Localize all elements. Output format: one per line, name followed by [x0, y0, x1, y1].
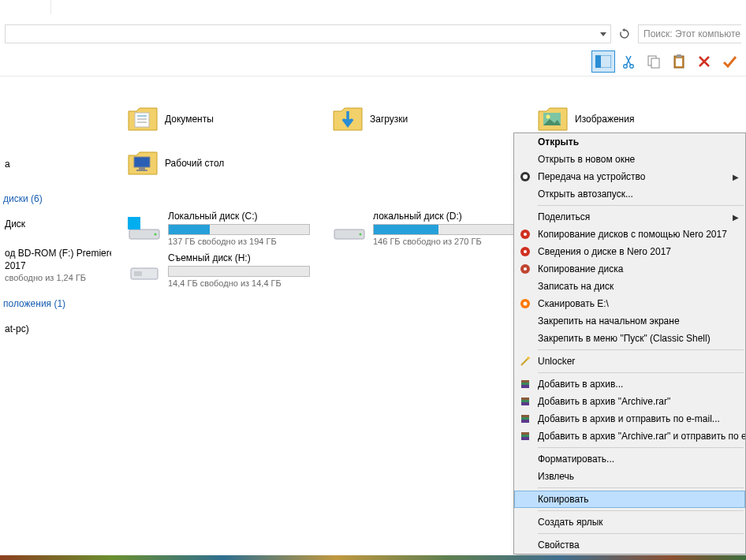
drive-usage-bar	[168, 266, 310, 277]
address-input[interactable]	[6, 25, 596, 43]
address-bar[interactable]	[5, 24, 611, 43]
nero-icon	[519, 228, 532, 241]
svg-point-3	[630, 64, 634, 68]
drive-usage-bar	[168, 224, 310, 235]
ctx-create-shortcut[interactable]: Создать ярлык	[514, 513, 745, 531]
svg-rect-12	[137, 121, 147, 123]
drive-usage-bar	[373, 224, 515, 235]
toolbar-delete-button[interactable]	[692, 50, 716, 73]
svg-rect-17	[136, 170, 147, 171]
drive-c[interactable]: Локальный диск (C:) 137 ГБ свободно из 1…	[125, 211, 323, 246]
svg-rect-46	[521, 415, 529, 417]
ctx-separator	[538, 487, 744, 488]
address-row: Поиск: Этот компьюте	[0, 21, 746, 47]
drive-free-text: 137 ГБ свободно из 194 ГБ	[168, 237, 323, 246]
rar-icon	[519, 430, 532, 442]
ctx-eject[interactable]: Извлечь	[514, 468, 745, 485]
ctx-pin-start[interactable]: Закрепить на начальном экране	[514, 312, 745, 330]
ctx-rar-email[interactable]: Добавить в архив и отправить по e-mail..…	[514, 410, 745, 427]
svg-rect-24	[134, 223, 140, 230]
svg-rect-8	[676, 58, 682, 66]
cast-icon	[519, 170, 532, 183]
ctx-open[interactable]: Открыть	[514, 133, 745, 151]
drive-hdd-win-icon	[125, 211, 163, 245]
refresh-button[interactable]	[616, 25, 633, 43]
ctx-autoplay[interactable]: Открыть автозапуск...	[514, 185, 745, 203]
svg-rect-47	[521, 417, 529, 420]
drive-name: Локальный диск (C:)	[168, 211, 323, 222]
sidebar-group-locations[interactable]: положения (1)	[3, 292, 111, 312]
svg-point-34	[524, 250, 527, 253]
folder-desktop-icon	[125, 147, 160, 179]
sidebar-item-atpc[interactable]: at-pc)	[3, 320, 111, 338]
drive-free-text: 14,4 ГБ свободно из 14,4 ГБ	[168, 278, 323, 288]
svg-rect-15	[134, 157, 150, 167]
ctx-scan[interactable]: Сканировать E:\	[514, 295, 745, 312]
folder-label: Рабочий стол	[165, 158, 224, 169]
svg-point-14	[546, 115, 550, 119]
ctx-open-new-window[interactable]: Открыть в новом окне	[514, 151, 745, 168]
ctx-nero-copy[interactable]: Копирование дисков с помощью Nero 2017	[514, 226, 745, 243]
ctx-pin-classicshell[interactable]: Закрепить в меню "Пуск" (Classic Shell)	[514, 330, 745, 347]
ctx-nero-info[interactable]: Сведения о диске в Nero 2017	[514, 243, 745, 260]
nero-icon	[519, 245, 532, 258]
drive-hdd-icon	[330, 211, 368, 245]
ctx-separator	[538, 205, 744, 206]
toolbar-copy-button[interactable]	[642, 50, 666, 73]
folder-documents[interactable]: Документы	[125, 99, 323, 140]
ctx-rar-email-named[interactable]: Добавить в архив "Archive.rar" и отправи…	[514, 427, 745, 445]
folder-desktop[interactable]: Рабочий стол	[125, 143, 323, 184]
sidebar-item-disk[interactable]: Диск	[3, 215, 111, 233]
ctx-rar-add[interactable]: Добавить в архив...	[514, 375, 745, 393]
avast-icon	[519, 297, 532, 310]
submenu-arrow-icon: ▶	[733, 213, 739, 222]
drive-removable-icon	[125, 252, 163, 287]
toolbar-panel-button[interactable]	[591, 50, 615, 73]
sidebar-fragment: а	[3, 155, 111, 173]
search-input[interactable]: Поиск: Этот компьюте	[638, 24, 741, 43]
ctx-unlocker[interactable]: Unlocker	[514, 353, 745, 370]
ctx-separator	[538, 372, 744, 373]
folder-documents-icon	[125, 103, 160, 135]
folder-downloads[interactable]: Загрузки	[330, 99, 528, 140]
sidebar-group-drives[interactable]: диски (6)	[3, 187, 111, 207]
svg-point-19	[155, 233, 157, 236]
svg-rect-16	[139, 167, 145, 170]
drive-h[interactable]: Съемный диск (H:) 14,4 ГБ свободно из 14…	[125, 252, 323, 288]
ctx-properties[interactable]: Свойства	[514, 536, 745, 554]
sidebar-item-bdrom[interactable]: од ВD-ROM (F:) Premiere 2017 свободно из…	[3, 244, 111, 287]
ctx-share[interactable]: Поделиться▶	[514, 208, 745, 226]
toolbar	[0, 47, 746, 77]
svg-point-32	[524, 233, 527, 236]
ctx-burn[interactable]: Записать на диск	[514, 278, 745, 295]
folder-downloads-icon	[330, 103, 365, 135]
ctx-separator	[538, 349, 744, 350]
ctx-separator	[538, 447, 744, 448]
ctx-copy-disk[interactable]: Копирование диска	[514, 260, 745, 278]
drive-d[interactable]: локальный диск (D:) 146 ГБ свободно из 2…	[330, 211, 528, 246]
svg-rect-43	[521, 398, 529, 400]
ctx-cast[interactable]: Передача на устройство ▶	[514, 168, 745, 185]
ctx-rar-add-named[interactable]: Добавить в архив "Archive.rar"	[514, 393, 745, 410]
taskbar-strip	[0, 555, 746, 560]
toolbar-apply-button[interactable]	[718, 50, 741, 73]
sidebar: а диски (6) Диск од ВD-ROM (F:) Premiere…	[0, 77, 114, 555]
svg-rect-50	[521, 435, 529, 437]
svg-point-30	[523, 174, 528, 179]
toolbar-cut-button[interactable]	[617, 50, 640, 73]
folder-label: Загрузки	[370, 114, 408, 125]
address-dropdown-icon[interactable]	[596, 32, 610, 36]
ctx-separator	[538, 533, 744, 534]
submenu-arrow-icon: ▶	[733, 173, 739, 181]
search-placeholder: Поиск: Этот компьюте	[643, 28, 740, 39]
ctx-copy[interactable]: Копировать	[514, 491, 745, 508]
folder-label: Изображения	[575, 114, 634, 125]
rar-icon	[519, 413, 532, 425]
toolbar-paste-button[interactable]	[667, 50, 691, 73]
rar-icon	[519, 395, 532, 408]
ctx-format[interactable]: Форматировать...	[514, 450, 745, 468]
svg-rect-11	[137, 118, 147, 120]
drive-free-text: 146 ГБ свободно из 270 ГБ	[373, 237, 528, 246]
svg-point-38	[524, 302, 528, 306]
drive-name: Съемный диск (H:)	[168, 252, 323, 263]
